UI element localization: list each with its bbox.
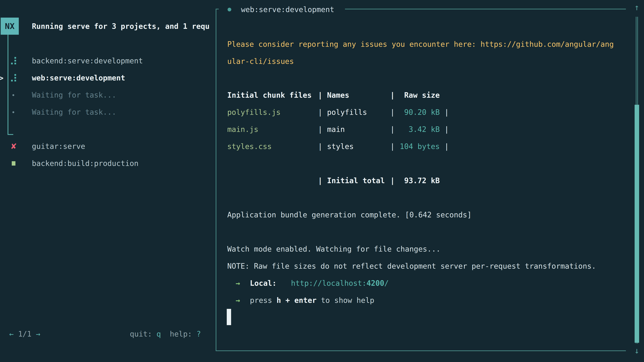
keyboard-hints: quit: q help: ? [124,326,201,343]
column-separator: | [390,104,395,121]
chunk-file-name: main.js [227,121,258,138]
pagination: ← 1/1 → [9,326,40,343]
column-separator: | [318,121,322,138]
bullet-arrow-icon: → [236,275,240,292]
page-count: 1/1 [18,330,31,338]
help-hint-label: help: [170,330,192,338]
column-separator: | [390,138,395,155]
table-header-size: Raw size [396,87,440,104]
help-prefix: press [250,296,276,305]
success-square-icon [12,161,16,166]
url-port: 4200 [366,279,384,287]
watch-mode-line: Watch mode enabled. Watching for file ch… [227,241,440,258]
column-separator: | [318,172,322,189]
panel-border-left [216,9,216,351]
bundle-complete-line: Application bundle generation complete. … [227,206,472,223]
chunk-file-name: polyfills.js [227,104,280,121]
page-prev-arrow-icon[interactable]: ← [9,330,14,338]
scroll-down-arrow-icon[interactable]: ↓ [632,346,642,356]
panel-border-bottom [216,351,626,351]
panel-border-top-stub [216,9,219,9]
help-keys: h + enter [276,296,316,305]
chunk-file-name: styles.css [227,138,272,155]
scroll-up-arrow-icon[interactable]: ↑ [632,2,642,12]
selected-task-chevron-icon: > [0,69,4,86]
row-end-separator: | [444,121,449,138]
bullet-arrow-icon: → [236,292,240,309]
row-end-separator: | [444,104,449,121]
task-item-waiting[interactable]: Waiting for task... [32,104,116,121]
panel-title: web:serve:development [241,1,334,18]
task-tree-line [8,35,8,135]
page-indicator [14,330,18,338]
sidebar-title: Running serve for 3 projects, and 1 requ [32,18,215,35]
help-instruction: press h + enter to show help [250,292,374,309]
task-tree-corner [8,134,13,135]
task-status-bullet-icon [228,8,231,11]
local-url-link[interactable]: http://localhost:4200/ [291,275,389,292]
quit-hint-label: quit: [130,330,152,338]
help-key: ? [196,330,201,338]
chunk-name: styles [327,138,354,155]
nx-tui-window: NX Running serve for 3 projects, and 1 r… [0,0,644,362]
chunk-name: polyfills [327,104,367,121]
chunk-size: 90.20 kB [396,104,440,121]
total-label: Initial total [327,172,385,189]
column-separator: | [390,121,395,138]
help-suffix: to show help [316,296,374,305]
chunk-size: 104 bytes [396,138,440,155]
spinner-icon [11,57,16,65]
task-item-web-serve[interactable]: web:serve:development [32,69,125,86]
column-separator: | [318,87,322,104]
quit-key: q [156,330,161,338]
table-header-names: Names [327,87,349,104]
table-header-files: Initial chunk files [227,87,312,104]
task-item-backend-build[interactable]: backend:build:production [32,155,138,172]
failed-x-icon: ✘ [10,138,17,155]
chunk-size: 3.42 kB [396,121,440,138]
url-suffix: / [384,279,389,287]
waiting-dot-icon [12,94,14,96]
nx-logo-badge: NX [1,17,19,35]
total-size: 93.72 kB [396,172,440,189]
scrollbar-thumb[interactable] [634,105,639,343]
task-item-guitar-serve[interactable]: guitar:serve [32,138,85,155]
panel-border-top [345,9,626,9]
page-next-arrow-icon[interactable]: → [36,330,40,338]
issue-notice-line1: Please consider reporting any issues you… [227,36,614,53]
terminal-cursor [227,309,231,325]
column-separator: | [390,172,395,189]
column-separator: | [318,104,322,121]
issue-notice-line2: ular-cli/issues [227,53,294,70]
task-item-waiting[interactable]: Waiting for task... [32,86,116,104]
task-item-backend-serve[interactable]: backend:serve:development [32,52,143,69]
note-line: NOTE: Raw file sizes do not reflect deve… [227,258,596,275]
waiting-dot-icon [12,111,14,113]
url-prefix: http://localhost: [291,279,366,287]
column-separator: | [318,138,322,155]
column-separator: | [390,87,395,104]
chunk-name: main [327,121,345,138]
local-label: Local: [250,275,276,292]
row-end-separator: | [444,138,449,155]
spinner-icon [11,74,16,82]
